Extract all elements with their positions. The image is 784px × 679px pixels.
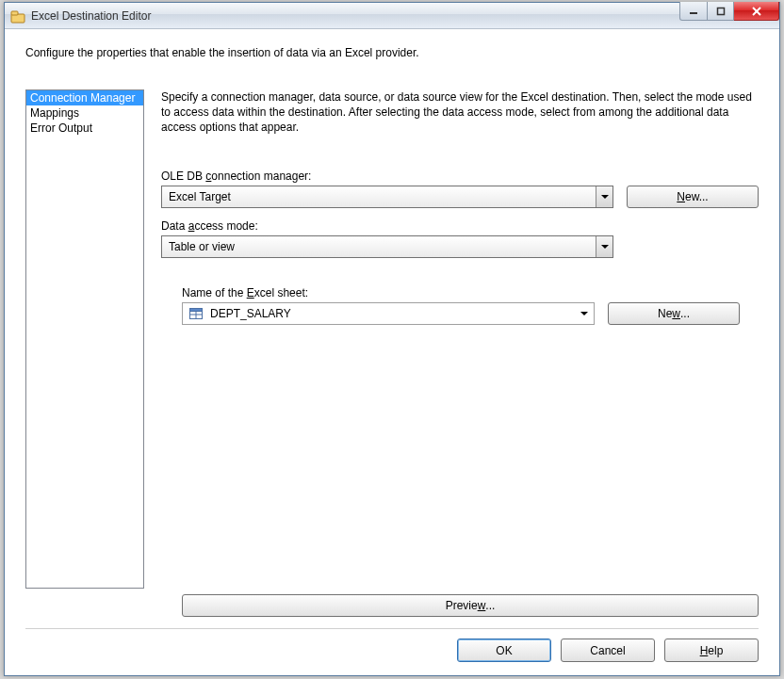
access-mode-value: Table or view xyxy=(169,240,235,253)
footer-buttons: OK Cancel Help xyxy=(25,639,759,662)
help-button[interactable]: Help xyxy=(664,639,759,662)
conn-new-button[interactable]: New... xyxy=(627,186,759,208)
maximize-button[interactable] xyxy=(708,2,734,21)
nav-item-mappings[interactable]: Mappings xyxy=(26,105,143,121)
separator xyxy=(25,628,759,629)
right-pane: Specify a connection manager, data sourc… xyxy=(161,89,759,617)
close-button[interactable] xyxy=(734,2,779,21)
cancel-button[interactable]: Cancel xyxy=(561,639,655,662)
intro-text: Configure the properties that enable the… xyxy=(25,46,759,59)
chevron-down-icon[interactable] xyxy=(596,236,612,257)
nav-list[interactable]: Connection Manager Mappings Error Output xyxy=(25,89,144,589)
mode-label: Data access mode: xyxy=(161,219,759,233)
chevron-down-icon[interactable] xyxy=(596,186,612,207)
table-icon xyxy=(189,307,203,320)
sheet-label: Name of the Excel sheet: xyxy=(182,286,759,299)
chevron-down-icon[interactable] xyxy=(580,312,588,315)
window-controls xyxy=(679,2,779,21)
conn-manager-value: Excel Target xyxy=(169,190,231,203)
svg-rect-1 xyxy=(11,11,18,15)
dialog-window: Excel Destination Editor Configure the p… xyxy=(4,2,780,676)
window-title: Excel Destination Editor xyxy=(31,9,151,23)
minimize-button[interactable] xyxy=(679,2,708,21)
titlebar: Excel Destination Editor xyxy=(5,3,779,29)
access-mode-combo[interactable]: Table or view xyxy=(161,235,613,258)
svg-rect-3 xyxy=(717,8,724,14)
nav-item-error-output[interactable]: Error Output xyxy=(26,121,143,136)
conn-label: OLE DB connection manager: xyxy=(161,170,759,183)
conn-manager-combo[interactable]: Excel Target xyxy=(161,186,613,208)
svg-rect-7 xyxy=(190,308,203,311)
preview-button[interactable]: Preview... xyxy=(182,594,759,617)
sheet-name-combo[interactable]: DEPT_SALARY xyxy=(182,302,595,325)
page-description: Specify a connection manager, data sourc… xyxy=(161,89,759,136)
sheet-new-button[interactable]: New... xyxy=(608,302,740,325)
app-icon xyxy=(10,8,25,24)
client-area: Configure the properties that enable the… xyxy=(5,29,779,675)
body-split: Connection Manager Mappings Error Output… xyxy=(25,89,759,617)
sheet-name-value: DEPT_SALARY xyxy=(210,307,291,320)
nav-item-connection-manager[interactable]: Connection Manager xyxy=(26,90,143,105)
ok-button[interactable]: OK xyxy=(457,639,551,662)
